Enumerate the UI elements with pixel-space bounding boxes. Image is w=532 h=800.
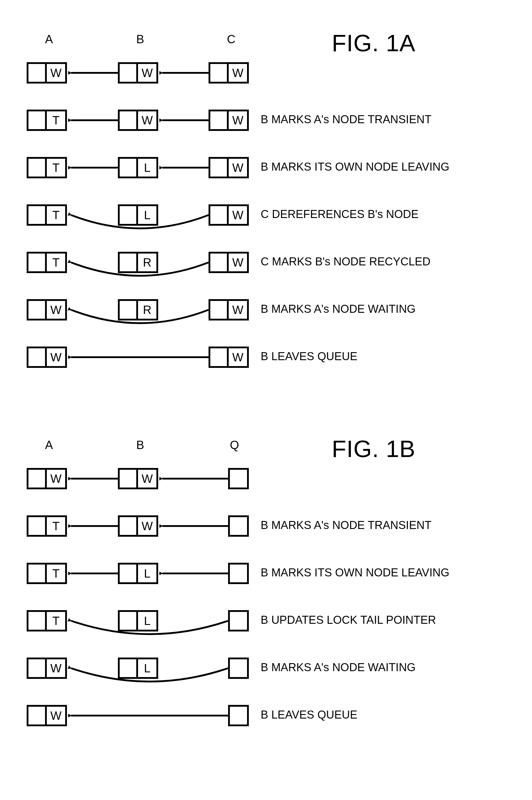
- row-caption: B MARKS ITS OWN NODE LEAVING: [261, 160, 449, 173]
- diagram-row: TLWB MARKS ITS OWN NODE LEAVING: [27, 145, 500, 192]
- state-cell: L: [138, 206, 156, 224]
- header-b: B: [136, 33, 144, 46]
- pointer-cell: [120, 111, 138, 129]
- row-caption: B UPDATES LOCK TAIL POINTER: [261, 614, 436, 626]
- diagram-row: TLB UPDATES LOCK TAIL POINTER: [27, 598, 500, 646]
- node-a: W: [27, 468, 67, 489]
- node-b: W: [118, 62, 158, 83]
- node-b: W: [118, 468, 158, 489]
- state-cell: W: [47, 659, 65, 677]
- pointer-cell: [120, 517, 138, 535]
- row-caption: B MARKS A's NODE WAITING: [261, 303, 416, 316]
- fig1b-headers: A B Q: [27, 435, 500, 456]
- diagram-row: TLB MARKS ITS OWN NODE LEAVING: [27, 551, 500, 598]
- pointer-cell: [28, 64, 47, 82]
- pointer-cell: [120, 659, 138, 677]
- pointer-cell: [28, 470, 47, 488]
- header-q: Q: [230, 438, 239, 452]
- pointer-cell: [120, 64, 138, 82]
- node-c: W: [209, 346, 249, 368]
- pointer-cell: [120, 301, 138, 319]
- node-q: [228, 563, 249, 584]
- diagram-row: WB LEAVES QUEUE: [27, 693, 500, 741]
- row-caption: C DEREFERENCES B's NODE: [261, 208, 419, 221]
- diagram-row: TLWC DEREFERENCES B's NODE: [27, 192, 500, 240]
- node-b: L: [118, 658, 158, 679]
- node-a: W: [27, 62, 67, 83]
- pointer-cell: [230, 707, 247, 724]
- pointer-cell: [230, 517, 247, 535]
- figure-1b: A B Q WWTWB MARKS A's NODE TRANSIENTTLB …: [27, 435, 500, 741]
- node-c: W: [209, 204, 249, 226]
- pointer-cell: [120, 565, 138, 582]
- state-cell: W: [138, 111, 156, 129]
- header-a: A: [45, 33, 53, 46]
- node-q: [228, 705, 249, 726]
- state-cell: W: [47, 64, 65, 82]
- diagram-row: TWWB MARKS A's NODE TRANSIENT: [27, 98, 500, 145]
- pointer-cell: [230, 470, 247, 488]
- pointer-cell: [28, 659, 47, 677]
- state-cell: T: [47, 612, 65, 630]
- diagram-row: WRWB MARKS A's NODE WAITING: [27, 287, 500, 335]
- state-cell: T: [47, 253, 65, 271]
- diagram-row: TRWC MARKS B's NODE RECYCLED: [27, 240, 500, 287]
- state-cell: T: [47, 565, 65, 582]
- state-cell: R: [138, 253, 156, 271]
- row-caption: B LEAVES QUEUE: [261, 708, 358, 721]
- node-b: L: [118, 157, 158, 178]
- pointer-cell: [210, 253, 229, 271]
- node-c: W: [209, 252, 249, 273]
- state-cell: W: [229, 206, 247, 224]
- pointer-cell: [120, 612, 138, 630]
- diagram-row: WW: [27, 456, 500, 503]
- pointer-cell: [120, 470, 138, 488]
- node-a: W: [27, 299, 67, 321]
- figure-1a: A B C WWWTWWB MARKS A's NODE TRANSIENTTL…: [27, 30, 500, 382]
- diagram-row: TWB MARKS A's NODE TRANSIENT: [27, 503, 500, 551]
- state-cell: W: [229, 348, 247, 366]
- node-c: W: [209, 157, 249, 178]
- node-a: T: [27, 563, 67, 584]
- state-cell: W: [47, 301, 65, 319]
- node-c: W: [209, 110, 249, 131]
- pointer-cell: [210, 159, 229, 176]
- page: FIG. 1A A B C WWWTWWB MARKS A's NODE TRA…: [0, 0, 532, 800]
- node-a: T: [27, 157, 67, 178]
- header-c: C: [227, 33, 235, 46]
- row-caption: C MARKS B's NODE RECYCLED: [261, 255, 431, 268]
- pointer-cell: [28, 253, 47, 271]
- node-q: [228, 658, 249, 679]
- diagram-row: WWW: [27, 50, 500, 98]
- pointer-cell: [28, 159, 47, 176]
- pointer-cell: [120, 253, 138, 271]
- state-cell: L: [138, 565, 156, 582]
- node-a: T: [27, 515, 67, 537]
- pointer-cell: [210, 301, 229, 319]
- state-cell: W: [229, 253, 247, 271]
- pointer-cell: [210, 348, 229, 366]
- row-caption: B LEAVES QUEUE: [261, 350, 358, 363]
- state-cell: W: [229, 301, 247, 319]
- state-cell: W: [229, 64, 247, 82]
- state-cell: R: [138, 301, 156, 319]
- state-cell: W: [47, 348, 65, 366]
- state-cell: W: [229, 159, 247, 176]
- pointer-cell: [210, 64, 229, 82]
- pointer-cell: [28, 565, 47, 582]
- node-b: R: [118, 252, 158, 273]
- pointer-cell: [28, 111, 47, 129]
- pointer-cell: [28, 301, 47, 319]
- node-a: W: [27, 705, 67, 726]
- pointer-cell: [210, 111, 229, 129]
- diagram-row: WLB MARKS A's NODE WAITING: [27, 646, 500, 693]
- state-cell: T: [47, 111, 65, 129]
- state-cell: W: [47, 470, 65, 488]
- state-cell: T: [47, 206, 65, 224]
- header-b: B: [136, 438, 144, 452]
- node-a: W: [27, 346, 67, 368]
- node-b: W: [118, 110, 158, 131]
- pointer-cell: [28, 517, 47, 535]
- diagram-row: WWB LEAVES QUEUE: [27, 335, 500, 382]
- row-caption: B MARKS ITS OWN NODE LEAVING: [261, 566, 449, 579]
